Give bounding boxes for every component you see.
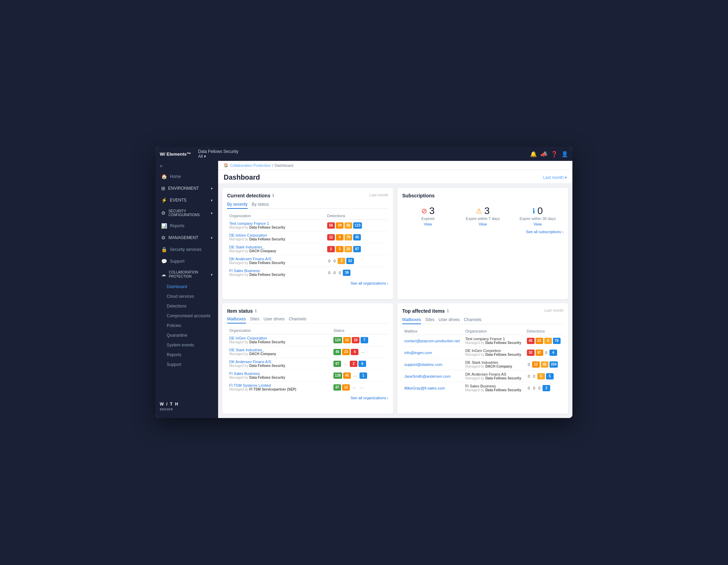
top-affected-title: Top affected items bbox=[402, 308, 445, 314]
table-row: support@starkinc.com DE Stark Industries… bbox=[402, 359, 563, 370]
current-detections-title: Current detections bbox=[227, 193, 270, 198]
events-icon: ⚡ bbox=[161, 197, 167, 203]
org-name[interactable]: DE InGen Corporation bbox=[229, 233, 323, 237]
support-icon: 💬 bbox=[161, 259, 167, 264]
sidebar-item-security-services[interactable]: 🔒 Security services bbox=[157, 244, 217, 255]
subscriptions-card: Subscriptions ⊘ 3 Expired View ⚠ 3 Expir… bbox=[397, 188, 568, 299]
mailbox-link[interactable]: contact@popcorn-production.net bbox=[404, 339, 460, 343]
sidebar-item-reports[interactable]: 📊 Reports bbox=[157, 220, 217, 231]
org-name[interactable]: DK Andersen Finans A/S bbox=[229, 257, 323, 261]
item-status-table: Organization Status DE InGen Corporation… bbox=[227, 327, 388, 393]
top-affected-tabs: Mailboxes Sites User drives Channels bbox=[402, 316, 563, 324]
info-icon-status: ℹ bbox=[255, 309, 257, 313]
sidebar-item-home[interactable]: 🏠 Home bbox=[157, 171, 217, 182]
breadcrumb-home-icon: 🏠 bbox=[224, 163, 229, 167]
expire-7-count: 3 bbox=[484, 205, 490, 216]
sidebar-item-support-collab[interactable]: Support bbox=[157, 360, 217, 369]
expire-7-label: Expire within 7 days bbox=[457, 216, 508, 221]
org-name[interactable]: DK Andersen Finans A/S bbox=[229, 360, 329, 364]
management-icon: ⚙ bbox=[161, 235, 166, 240]
tab-by-status[interactable]: By status bbox=[252, 200, 269, 209]
table-row: DK Andersen Finans A/S Managed by Data F… bbox=[227, 255, 388, 267]
help-icon[interactable]: ❓ bbox=[551, 151, 558, 157]
page-title: Dashboard bbox=[224, 173, 260, 181]
sidebar-item-events[interactable]: ⚡ EVENTS ▾ bbox=[157, 195, 217, 206]
subscriptions-grid: ⊘ 3 Expired View ⚠ 3 Expire within 7 day… bbox=[402, 205, 563, 226]
sidebar-item-policies[interactable]: Policies bbox=[157, 321, 217, 330]
sidebar-item-security-configurations[interactable]: ⚙ SECURITY CONFIGURATIONS ▾ bbox=[157, 206, 217, 220]
with-secure-logo: W / T H secure bbox=[156, 398, 218, 415]
tab-sites-status[interactable]: Sites bbox=[250, 315, 259, 324]
sidebar-item-compromised-accounts[interactable]: Compromised accounts bbox=[157, 311, 217, 320]
sidebar-item-management[interactable]: ⚙ MANAGEMENT ▾ bbox=[157, 232, 217, 243]
table-row: DE InGen Corporation Managed by Data Fel… bbox=[227, 231, 388, 243]
mailbox-link[interactable]: JaneSmith@andersen.com bbox=[404, 374, 450, 378]
tab-channels-affected[interactable]: Channels bbox=[464, 316, 481, 324]
bell-icon[interactable]: 🔔 bbox=[530, 151, 537, 157]
sidebar-item-reports-collab[interactable]: Reports bbox=[157, 350, 217, 359]
org-name[interactable]: FI TSM Systems Limited bbox=[229, 383, 329, 387]
sidebar-home-label: Home bbox=[170, 174, 181, 179]
org-name[interactable]: FI Sales Business bbox=[229, 371, 329, 376]
see-all-subscriptions[interactable]: See all subscriptions › bbox=[402, 230, 563, 234]
content-area: 🏠 Collaboration Protection / Dashboard D… bbox=[218, 161, 572, 418]
expired-count: 3 bbox=[429, 205, 435, 216]
page-filter[interactable]: Last month ▾ bbox=[543, 175, 567, 180]
chevron-down-icon5: ▾ bbox=[211, 273, 213, 277]
org-name[interactable]: DE Stark Industries_ bbox=[229, 348, 329, 352]
subscription-expired: ⊘ 3 Expired View bbox=[402, 205, 454, 226]
breadcrumb: 🏠 Collaboration Protection / Dashboard bbox=[218, 161, 572, 170]
sidebar-item-system-events[interactable]: System events bbox=[157, 341, 217, 350]
expired-view[interactable]: View bbox=[402, 222, 454, 226]
expire-7-view[interactable]: View bbox=[457, 222, 508, 226]
tab-user-drives-status[interactable]: User drives bbox=[264, 315, 285, 324]
detections-table: Organization Detections Test company Fra… bbox=[227, 212, 388, 278]
det-col-org: Organization bbox=[227, 212, 325, 220]
see-all-orgs-detections[interactable]: See all organizations › bbox=[227, 281, 388, 285]
mailbox-link[interactable]: MikeGray@fi-sales.com bbox=[404, 386, 445, 390]
sidebar-item-dashboard[interactable]: Dashboard bbox=[157, 282, 217, 291]
sidebar-item-support[interactable]: 💬 Support bbox=[157, 256, 217, 267]
current-detections-card: Current detections ℹ Last month By sever… bbox=[222, 188, 393, 299]
affected-col-detections: Detections bbox=[525, 328, 563, 335]
user-icon[interactable]: 👤 bbox=[561, 151, 568, 157]
info-icon-detections: ℹ bbox=[272, 193, 274, 198]
breadcrumb-parent[interactable]: Collaboration Protection bbox=[230, 163, 271, 167]
mailbox-link[interactable]: support@starkinc.com bbox=[404, 362, 442, 367]
sidebar-security-services-label: Security services bbox=[170, 247, 201, 252]
org-name[interactable]: FI Sales Business bbox=[229, 269, 323, 273]
expire-7-icon: ⚠ bbox=[476, 207, 482, 215]
table-row: DE Stark Industries_ Managed by DACH Com… bbox=[227, 243, 388, 255]
sidebar-item-quarantine[interactable]: Quarantine bbox=[157, 331, 217, 340]
tab-sites-affected[interactable]: Sites bbox=[425, 316, 435, 324]
security-services-icon: 🔒 bbox=[161, 247, 167, 252]
tab-mailboxes-affected[interactable]: Mailboxes bbox=[402, 316, 421, 324]
table-row: FI Sales Business Managed by Data Fellow… bbox=[227, 267, 388, 279]
tab-mailboxes-status[interactable]: Mailboxes bbox=[227, 315, 246, 324]
org-filter[interactable]: All ▾ bbox=[198, 154, 530, 159]
table-row: DE Stark Industries_ Managed by DACH Com… bbox=[227, 346, 388, 358]
expire-30-view[interactable]: View bbox=[512, 222, 563, 226]
table-row: FI Sales Business Managed by Data Fellow… bbox=[227, 370, 388, 382]
sidebar-collapse-button[interactable]: « bbox=[156, 161, 218, 171]
table-row: DE InGen Corporation Managed by Data Fel… bbox=[227, 334, 388, 346]
org-name[interactable]: DE Stark Industries_ bbox=[229, 245, 323, 249]
expired-icon: ⊘ bbox=[421, 207, 427, 215]
environment-icon: ⊞ bbox=[161, 186, 165, 191]
see-all-orgs-status[interactable]: See all organizations › bbox=[227, 396, 388, 400]
expired-label: Expired bbox=[402, 216, 454, 221]
sidebar-item-collaboration-protection[interactable]: ☁ COLLABORATIONPROTECTION ▾ bbox=[157, 268, 217, 281]
sidebar-item-environment[interactable]: ⊞ ENVIRONMENT ▾ bbox=[157, 183, 217, 194]
org-name[interactable]: Test company France 1 bbox=[229, 221, 323, 226]
megaphone-icon[interactable]: 📣 bbox=[540, 151, 547, 157]
sidebar-item-cloud-services[interactable]: Cloud services bbox=[157, 292, 217, 301]
chevron-down-icon: ▾ bbox=[211, 187, 213, 190]
mailbox-link[interactable]: info@ingen.com bbox=[404, 351, 432, 355]
tab-user-drives-affected[interactable]: User drives bbox=[439, 316, 460, 324]
tab-by-severity[interactable]: By severity bbox=[227, 200, 248, 209]
sidebar-support-label: Support bbox=[170, 259, 184, 264]
tab-channels-status[interactable]: Channels bbox=[289, 315, 306, 324]
table-row: MikeGray@fi-sales.com FI Sales Business … bbox=[402, 382, 563, 394]
org-name[interactable]: DE InGen Corporation bbox=[229, 336, 329, 340]
sidebar-item-detections[interactable]: Detections bbox=[157, 302, 217, 311]
